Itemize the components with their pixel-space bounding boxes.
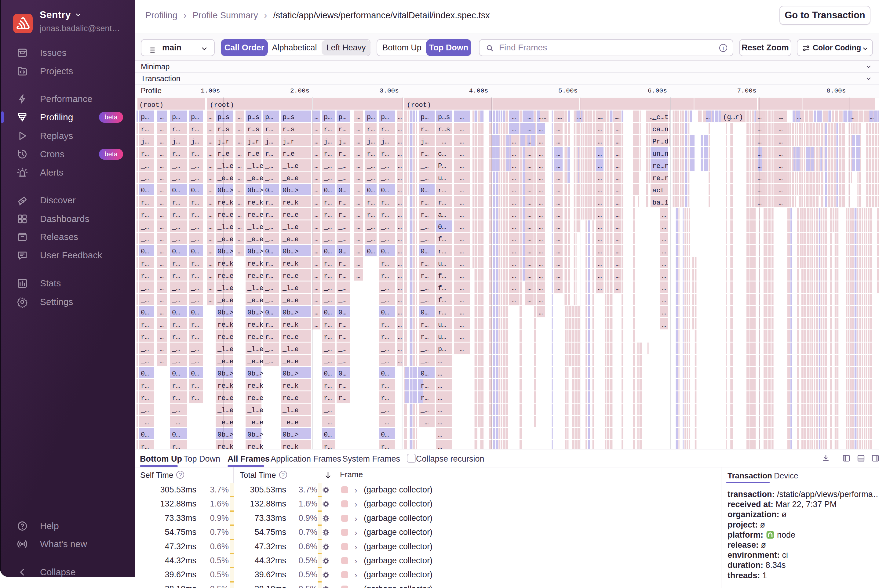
svg-text:_…: _… xyxy=(191,175,199,182)
svg-text:r…: r… xyxy=(172,321,180,329)
svg-text:_…: _… xyxy=(191,162,199,170)
svg-text:_…: _… xyxy=(140,297,149,304)
svg-text:_…: _… xyxy=(172,162,180,170)
svg-text:…: … xyxy=(542,114,546,121)
svg-text:0…: 0… xyxy=(338,248,346,255)
svg-text:…: … xyxy=(598,199,602,207)
svg-text:_l…e: _l…e xyxy=(282,162,299,170)
svg-text:…: … xyxy=(460,321,464,329)
svg-text:…: … xyxy=(160,175,164,182)
svg-text:_…: _… xyxy=(323,285,332,292)
svg-text:…: … xyxy=(512,150,516,158)
svg-text:…: … xyxy=(398,260,402,268)
svg-text:0…: 0… xyxy=(421,248,428,255)
svg-text:…: … xyxy=(598,272,602,280)
svg-text:re…e: re…e xyxy=(247,394,264,402)
svg-text:…: … xyxy=(797,114,801,121)
svg-text:0b…>: 0b…> xyxy=(247,431,264,439)
svg-text:_…: _… xyxy=(172,285,180,292)
svg-text:r…: r… xyxy=(172,150,180,158)
svg-text:…: … xyxy=(870,114,873,121)
svg-text:p…: p… xyxy=(265,114,273,121)
svg-text:un…n: un…n xyxy=(652,150,669,158)
svg-text:r…: r… xyxy=(141,260,149,268)
svg-text:…: … xyxy=(237,150,242,158)
svg-text:…: … xyxy=(160,138,164,146)
svg-text:r…: r… xyxy=(381,199,389,207)
svg-text:_l…e: _l…e xyxy=(247,285,264,292)
svg-text:…: … xyxy=(314,199,318,207)
svg-text:…: … xyxy=(556,248,560,255)
svg-text:…: … xyxy=(314,150,318,158)
svg-text:…: … xyxy=(706,114,709,121)
svg-text:_…: _… xyxy=(380,175,389,182)
svg-text:…: … xyxy=(460,272,464,280)
svg-text:_…: _… xyxy=(265,224,273,231)
svg-text:r…: r… xyxy=(172,272,180,280)
svg-text:…: … xyxy=(398,187,402,195)
svg-text:…: … xyxy=(314,260,318,268)
svg-text:…: … xyxy=(356,162,361,170)
svg-text:_…: _… xyxy=(338,297,346,304)
svg-text:_…: _… xyxy=(172,419,180,426)
svg-text:…: … xyxy=(460,199,464,207)
svg-text:…: … xyxy=(757,138,762,146)
svg-text:…: … xyxy=(438,419,442,426)
svg-text:…: … xyxy=(398,333,402,341)
svg-text:0…: 0… xyxy=(191,370,199,378)
svg-text:…: … xyxy=(598,126,602,134)
svg-text:…: … xyxy=(615,199,619,207)
svg-text:…: … xyxy=(527,260,532,268)
svg-text:r…: r… xyxy=(381,126,389,134)
svg-text:…: … xyxy=(209,175,213,182)
svg-text:…: … xyxy=(160,199,164,207)
svg-text:_…: _… xyxy=(420,236,428,243)
svg-text:r…: r… xyxy=(381,394,389,402)
svg-text:r…: r… xyxy=(191,394,199,402)
svg-text:…: … xyxy=(160,285,164,292)
svg-text:…: … xyxy=(662,224,666,231)
svg-text:…: … xyxy=(539,175,543,182)
svg-text:…: … xyxy=(460,150,464,158)
svg-text:_l…e: _l…e xyxy=(282,406,299,414)
svg-text:r…e: r…e xyxy=(218,150,230,158)
svg-text:_…: _… xyxy=(420,358,428,366)
svg-text:0b…>: 0b…> xyxy=(247,187,264,195)
svg-text:re…k: re…k xyxy=(282,443,299,449)
svg-text:…: … xyxy=(160,211,164,219)
svg-text:p…: p… xyxy=(338,114,346,121)
svg-text:j…: j… xyxy=(324,138,332,146)
svg-text:r…: r… xyxy=(265,126,273,134)
svg-text:r…: r… xyxy=(421,199,428,207)
svg-text:…: … xyxy=(615,224,619,231)
svg-text:r…: r… xyxy=(265,150,273,158)
svg-text:…: … xyxy=(779,114,783,121)
svg-text:_e…e: _e…e xyxy=(247,297,264,304)
svg-text:r…s: r…s xyxy=(218,126,230,134)
svg-text:0…: 0… xyxy=(421,370,428,378)
svg-text:r…: r… xyxy=(191,150,199,158)
svg-text:r…: r… xyxy=(141,211,149,219)
svg-text:…: … xyxy=(598,236,602,243)
svg-text:r…: r… xyxy=(438,309,446,316)
svg-text:_l…e: _l…e xyxy=(282,346,299,353)
svg-text:_…: _… xyxy=(380,236,389,243)
svg-text:r…: r… xyxy=(338,382,346,390)
svg-text:re…e: re…e xyxy=(247,272,264,280)
svg-text:_…: _… xyxy=(367,236,375,243)
svg-text:r…: r… xyxy=(381,333,389,341)
svg-text:r…: r… xyxy=(141,199,149,207)
svg-text:p…s: p…s xyxy=(247,114,260,121)
svg-text:_…: _… xyxy=(140,406,149,414)
svg-text:…: … xyxy=(237,175,242,182)
svg-text:r…: r… xyxy=(324,394,332,402)
svg-text:p…: p… xyxy=(324,114,332,121)
svg-text:r…: r… xyxy=(421,211,428,219)
svg-text:0b…>: 0b…> xyxy=(282,370,299,378)
svg-text:_…: _… xyxy=(265,346,273,353)
svg-text:_…: _… xyxy=(191,358,199,366)
svg-text:_e…e: _e…e xyxy=(282,358,299,366)
svg-text:re…k: re…k xyxy=(282,321,299,329)
svg-text:…: … xyxy=(438,431,442,439)
svg-text:…: … xyxy=(438,394,442,402)
